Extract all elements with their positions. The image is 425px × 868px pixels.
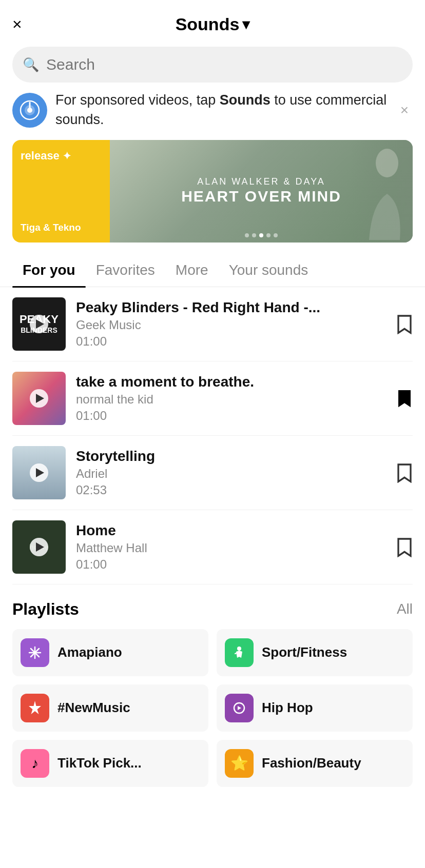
playlist-item-amapiano[interactable]: Amapiano <box>12 629 208 676</box>
playlists-title: Playlists <box>12 600 79 619</box>
sound-artist-3: Adriel <box>76 467 386 481</box>
bookmark-button-1[interactable] <box>396 314 413 334</box>
bookmark-button-3[interactable] <box>396 462 413 483</box>
playlist-item-sport[interactable]: Sport/Fitness <box>217 629 413 676</box>
tiktok-icon: ♪ <box>21 749 49 778</box>
sound-duration-2: 01:00 <box>76 409 386 423</box>
sound-artist-1: Geek Music <box>76 318 386 332</box>
sound-title-4: Home <box>76 522 386 539</box>
hero-dot-4 <box>266 233 271 237</box>
tab-for-you[interactable]: For you <box>12 255 86 287</box>
info-banner: For sponsored videos, tap Sounds to use … <box>12 91 413 130</box>
hero-dot-5 <box>274 233 278 237</box>
playlist-item-fashion[interactable]: ⭐ Fashion/Beauty <box>217 740 413 787</box>
sound-duration-4: 01:00 <box>76 557 386 572</box>
tab-favorites[interactable]: Favorites <box>86 255 165 287</box>
newmusic-icon <box>21 694 49 722</box>
search-icon: 🔍 <box>23 57 39 73</box>
tabs-bar: For you Favorites More Your sounds <box>0 255 425 287</box>
svg-point-9 <box>237 647 241 651</box>
hero-banner[interactable]: release ✦ Tiga & Tekno Alan Walker & Day… <box>12 140 413 243</box>
sound-title-1: Peaky Blinders - Red Right Hand -... <box>76 299 386 316</box>
info-text: For sponsored videos, tap Sounds to use … <box>55 91 388 130</box>
sound-thumbnail-1[interactable]: PEAKY BLINDERS <box>12 297 66 351</box>
hero-release-label: release ✦ <box>21 149 102 163</box>
sound-title-3: Storytelling <box>76 448 386 465</box>
sound-title-2: take a moment to breathe. <box>76 374 386 390</box>
hiphop-icon <box>225 694 254 722</box>
hero-person-image <box>351 140 413 243</box>
sport-icon <box>225 638 254 667</box>
hero-pagination-dots <box>245 233 278 237</box>
playlist-partial-row: ♪ TikTok Pick... ⭐ Fashion/Beauty <box>12 740 413 787</box>
sound-duration-1: 01:00 <box>76 334 386 349</box>
tab-your-sounds[interactable]: Your sounds <box>219 255 319 287</box>
playlists-section: Playlists All Amapiano <box>0 584 425 787</box>
sound-info-4: Home Matthew Hall 01:00 <box>76 522 386 572</box>
play-button-3[interactable] <box>30 463 48 482</box>
hero-dot-1 <box>245 233 249 237</box>
sound-thumbnail-3[interactable] <box>12 446 66 499</box>
play-button-1[interactable] <box>30 315 48 333</box>
fashion-icon: ⭐ <box>225 749 254 778</box>
play-button-2[interactable] <box>30 389 48 408</box>
hero-song-title: Heart Over Mind <box>181 187 341 206</box>
bookmark-button-2[interactable] <box>396 388 413 409</box>
star-icon: ✦ <box>63 150 71 162</box>
playlist-name-fashion: Fashion/Beauty <box>262 755 361 771</box>
playlist-item-newmusic[interactable]: #NewMusic <box>12 684 208 732</box>
hero-dot-2 <box>252 233 256 237</box>
playlists-all-button[interactable]: All <box>397 601 413 617</box>
title-text: Sounds <box>176 14 240 34</box>
amapiano-icon <box>21 638 49 667</box>
playlist-name-amapiano: Amapiano <box>57 644 122 660</box>
sound-info-1: Peaky Blinders - Red Right Hand -... Gee… <box>76 299 386 349</box>
sound-item: PEAKY BLINDERS Peaky Blinders - Red Righ… <box>12 287 413 361</box>
sound-list: PEAKY BLINDERS Peaky Blinders - Red Righ… <box>0 287 425 584</box>
hero-text-block: Alan Walker & Daya Heart Over Mind <box>181 176 341 206</box>
sound-artist-2: normal the kid <box>76 392 386 407</box>
playlists-header: Playlists All <box>12 600 413 619</box>
hero-right-panel: Alan Walker & Daya Heart Over Mind <box>110 140 413 243</box>
sound-item: take a moment to breathe. normal the kid… <box>12 361 413 436</box>
svg-point-4 <box>376 149 398 177</box>
playlist-name-newmusic: #NewMusic <box>57 700 130 716</box>
info-close-button[interactable]: × <box>396 98 413 123</box>
hero-artist-name: Alan Walker & Daya <box>181 176 341 187</box>
search-bar[interactable]: 🔍 <box>12 47 413 83</box>
hero-bottom-artist: Tiga & Tekno <box>21 222 102 233</box>
header: × Sounds ▾ <box>0 0 425 43</box>
sound-item: home Home Matthew Hall 01:00 <box>12 510 413 584</box>
sound-info-3: Storytelling Adriel 02:53 <box>76 448 386 497</box>
page-title: Sounds ▾ <box>176 14 250 34</box>
playlist-name-hiphop: Hip Hop <box>262 700 313 716</box>
playlist-name-sport: Sport/Fitness <box>262 644 347 660</box>
search-input[interactable] <box>46 56 402 73</box>
playlist-grid: Amapiano Sport/Fitness #NewMusic <box>12 629 413 732</box>
sound-item: Storytelling Adriel 02:53 <box>12 436 413 510</box>
sound-artist-4: Matthew Hall <box>76 541 386 555</box>
sounds-icon <box>12 93 47 128</box>
play-button-4[interactable] <box>30 538 48 556</box>
sound-info-2: take a moment to breathe. normal the kid… <box>76 374 386 423</box>
chevron-down-icon[interactable]: ▾ <box>242 16 249 33</box>
hero-left-panel: release ✦ Tiga & Tekno <box>12 140 110 243</box>
sound-thumbnail-2[interactable] <box>12 372 66 425</box>
hero-dot-3 <box>259 233 263 237</box>
tab-more[interactable]: More <box>165 255 219 287</box>
bookmark-button-4[interactable] <box>396 537 413 557</box>
playlist-name-tiktok: TikTok Pick... <box>57 755 142 771</box>
playlist-item-tiktok[interactable]: ♪ TikTok Pick... <box>12 740 208 787</box>
sound-thumbnail-4[interactable]: home <box>12 520 66 574</box>
playlist-item-hiphop[interactable]: Hip Hop <box>217 684 413 732</box>
close-button[interactable]: × <box>12 15 22 34</box>
sound-duration-3: 02:53 <box>76 483 386 497</box>
